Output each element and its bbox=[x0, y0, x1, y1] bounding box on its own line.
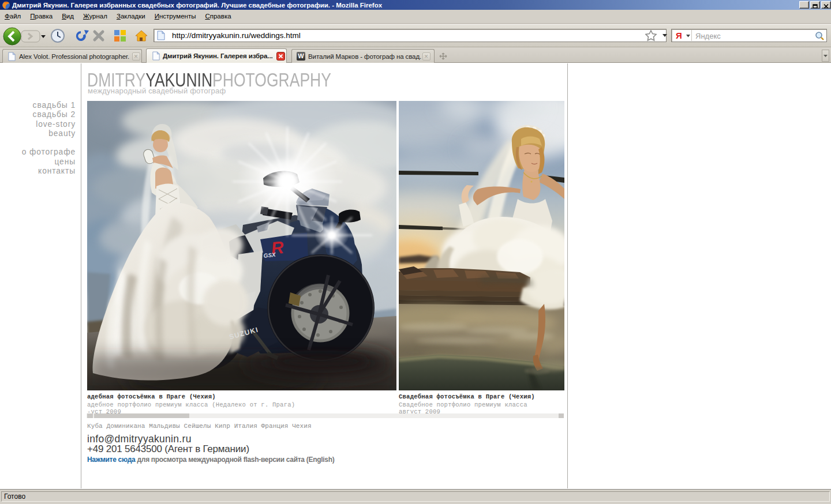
svg-text:GSX: GSX bbox=[263, 251, 276, 259]
